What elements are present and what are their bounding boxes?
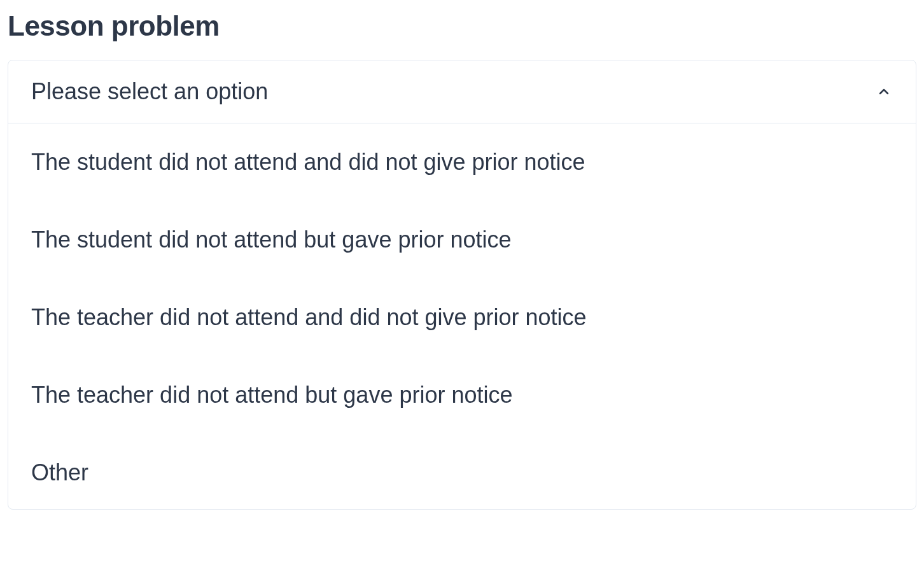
dropdown-option-teacher-with-notice[interactable]: The teacher did not attend but gave prio… [8,356,916,434]
page-title: Lesson problem [8,10,916,42]
dropdown-options-list: The student did not attend and did not g… [8,123,916,509]
dropdown-option-student-no-notice[interactable]: The student did not attend and did not g… [8,123,916,201]
dropdown-option-student-with-notice[interactable]: The student did not attend but gave prio… [8,201,916,279]
dropdown-toggle[interactable]: Please select an option [8,60,916,123]
lesson-problem-dropdown: Please select an option The student did … [8,60,916,510]
dropdown-placeholder: Please select an option [31,78,268,105]
dropdown-option-teacher-no-notice[interactable]: The teacher did not attend and did not g… [8,279,916,356]
dropdown-option-other[interactable]: Other [8,434,916,509]
chevron-up-icon [875,83,893,101]
